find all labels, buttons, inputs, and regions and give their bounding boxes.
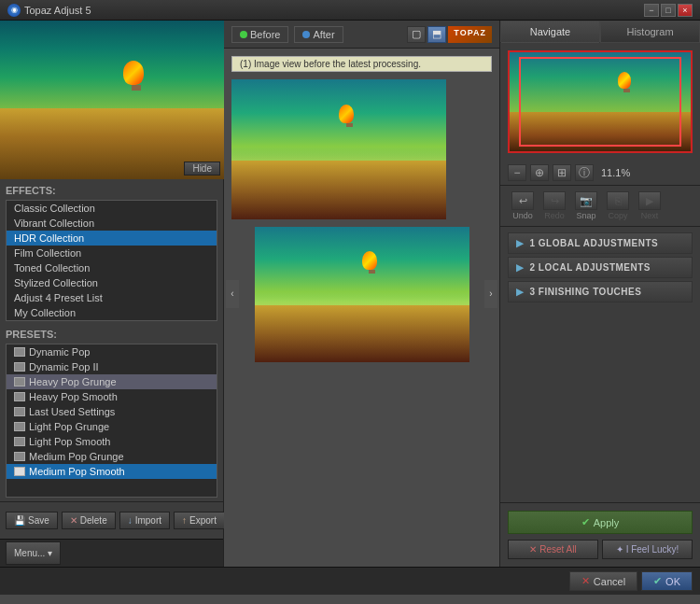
preset-item-heavypopsmooth[interactable]: Heavy Pop Smooth <box>7 389 217 404</box>
view-toolbar: Before After ▢ ⬒ TOPAZ <box>224 21 499 49</box>
after-dot-icon <box>302 31 310 38</box>
preset-icon <box>14 362 25 372</box>
before-view-button[interactable]: Before <box>231 26 288 43</box>
presets-title: PRESETS: <box>6 329 217 340</box>
effects-item-vibrant[interactable]: Vibrant Collection <box>7 216 217 231</box>
snap-label: Snap <box>576 211 595 220</box>
after-view-button[interactable]: After <box>294 26 343 43</box>
zoom-info-button[interactable]: ⓘ <box>575 164 594 181</box>
nav-tabs: Navigate Histogram <box>500 21 700 43</box>
export-button[interactable]: ↑ Export <box>174 512 225 529</box>
effects-item-my[interactable]: My Collection <box>7 305 217 320</box>
image-info-bar: (1) Image view before the latest process… <box>231 56 492 72</box>
effects-item-adjust4[interactable]: Adjust 4 Preset List <box>7 290 217 305</box>
undo-button[interactable]: ↩ Undo <box>508 190 538 222</box>
effects-item-hdr[interactable]: HDR Collection <box>7 231 217 246</box>
effects-item-film[interactable]: Film Collection <box>7 246 217 260</box>
zoom-controls: − ⊕ ⊞ ⓘ 11.1% <box>500 161 700 185</box>
after-label: After <box>313 29 334 40</box>
preset-item-lightpopsmooth[interactable]: Light Pop Smooth <box>7 434 217 449</box>
save-button[interactable]: 💾 Save <box>6 512 58 529</box>
menu-label: Menu... <box>14 548 45 558</box>
adjustment-local[interactable]: ▶2 LOCAL ADJUSTMENTS <box>508 257 693 278</box>
balloon-body <box>123 61 144 85</box>
preset-item-mediumpopsmooth[interactable]: Medium Pop Smooth <box>7 464 217 479</box>
lucky-icon: ✦ <box>616 544 623 555</box>
preset-item-lastused[interactable]: Last Used Settings <box>7 404 217 419</box>
cancel-button[interactable]: ✕ Cancel <box>569 571 637 591</box>
nav-left-arrow[interactable]: ‹ <box>226 280 239 308</box>
zoom-100-button[interactable]: ⊞ <box>553 164 571 181</box>
before-dot-icon <box>240 31 247 38</box>
title-bar-left: ◉ Topaz Adjust 5 <box>7 4 91 17</box>
preset-item-heavypopgrunge[interactable]: Heavy Pop Grunge <box>7 374 217 389</box>
preset-label: Last Used Settings <box>29 406 115 417</box>
preset-label: Medium Pop Smooth <box>29 466 125 477</box>
preset-label: Light Pop Smooth <box>29 436 110 447</box>
lucky-button[interactable]: ✦ I Feel Lucky! <box>602 540 693 559</box>
zoom-out-button[interactable]: − <box>508 164 526 181</box>
menu-button[interactable]: Menu... ▾ <box>6 541 61 565</box>
before-image <box>231 79 446 219</box>
action-toolbar: ↩ Undo ↪ Redo 📷 Snap ⎘ Copy ▶ Next <box>500 185 700 227</box>
tab-navigate[interactable]: Navigate <box>500 21 600 43</box>
copy-label: Copy <box>608 211 627 220</box>
maximize-button[interactable]: □ <box>661 4 676 17</box>
effects-item-stylized[interactable]: Stylized Collection <box>7 275 217 290</box>
layout-single-button[interactable]: ▢ <box>407 26 426 43</box>
preset-label: Medium Pop Grunge <box>29 451 124 462</box>
import-button[interactable]: ↓ Import <box>119 512 170 529</box>
apply-label: Apply <box>594 517 620 528</box>
adjustment-finishing[interactable]: ▶3 FINISHING TOUCHES <box>508 281 693 302</box>
undo-icon: ↩ <box>511 191 534 210</box>
adjustment-global[interactable]: ▶1 GLOBAL ADJUSTMENTS <box>508 232 693 254</box>
preset-label: Dynamic Pop II <box>29 361 99 372</box>
copy-icon: ⎘ <box>607 191 629 210</box>
before-balloon-basket <box>346 123 353 127</box>
cancel-icon: ✕ <box>581 575 590 587</box>
snap-icon: 📷 <box>575 191 597 210</box>
next-icon: ▶ <box>638 191 661 210</box>
close-button[interactable]: × <box>678 4 693 17</box>
ok-button[interactable]: ✔ OK <box>641 571 693 591</box>
nav-right-arrow[interactable]: › <box>484 280 497 308</box>
title-bar: ◉ Topaz Adjust 5 − □ × <box>0 0 700 21</box>
delete-button[interactable]: ✕ Delete <box>62 512 116 529</box>
main-container: Hide EFFECTS: Classic CollectionVibrant … <box>0 21 700 567</box>
dialog-footer: ✕ Cancel ✔ OK <box>0 567 700 595</box>
snap-button[interactable]: 📷 Snap <box>571 190 601 222</box>
before-balloon-body <box>339 105 354 123</box>
nav-thumbnail <box>508 50 693 153</box>
preview-sky <box>0 21 224 116</box>
preset-item-dynpop[interactable]: Dynamic Pop <box>7 344 217 359</box>
preset-item-lightpopgrunge[interactable]: Light Pop Grunge <box>7 419 217 434</box>
effects-item-classic[interactable]: Classic Collection <box>7 201 217 216</box>
hide-button[interactable]: Hide <box>184 162 220 176</box>
redo-button[interactable]: ↪ Redo <box>539 190 569 222</box>
image-canvas: (1) Image view before the latest process… <box>224 49 499 567</box>
preset-label: Light Pop Grunge <box>29 421 109 432</box>
thumbnail-area <box>500 43 700 161</box>
effects-section: EFFECTS: Classic CollectionVibrant Colle… <box>0 179 223 325</box>
reset-label: Reset All <box>539 544 576 555</box>
copy-button[interactable]: ⎘ Copy <box>603 190 633 222</box>
preset-item-dynpop2[interactable]: Dynamic Pop II <box>7 359 217 374</box>
layout-split-button[interactable]: ⬒ <box>427 26 446 43</box>
reset-button[interactable]: ✕ Reset All <box>508 540 598 559</box>
layout-buttons: ▢ ⬒ TOPAZ <box>407 26 492 43</box>
next-button[interactable]: ▶ Next <box>635 190 665 222</box>
tab-histogram[interactable]: Histogram <box>600 21 700 43</box>
minimize-button[interactable]: − <box>644 4 659 17</box>
zoom-fit-button[interactable]: ⊕ <box>530 164 549 181</box>
effects-title: EFFECTS: <box>6 185 217 196</box>
apply-button[interactable]: ✔ Apply <box>508 511 693 534</box>
preset-icon <box>14 407 25 416</box>
reset-lucky-row: ✕ Reset All ✦ I Feel Lucky! <box>508 540 693 559</box>
topaz-logo: TOPAZ <box>448 26 492 43</box>
preset-icon <box>14 437 25 446</box>
presets-list-container[interactable]: Dynamic PopDynamic Pop IIHeavy Pop Grung… <box>6 344 217 498</box>
preset-icon <box>14 392 25 401</box>
preset-item-mediumpopgrunge[interactable]: Medium Pop Grunge <box>7 449 217 464</box>
after-balloon <box>362 251 383 277</box>
effects-item-toned[interactable]: Toned Collection <box>7 260 217 275</box>
